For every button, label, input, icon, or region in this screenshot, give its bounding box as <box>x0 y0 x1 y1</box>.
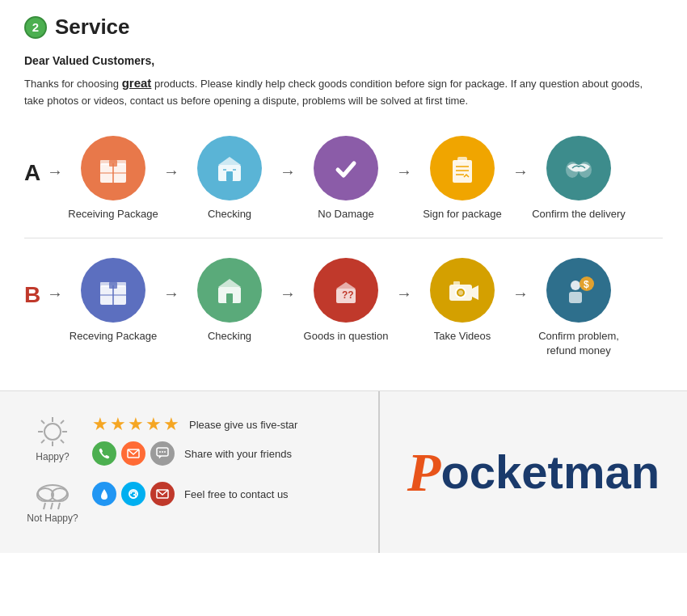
svg-marker-6 <box>218 157 241 165</box>
svg-rect-31 <box>453 281 460 285</box>
svg-rect-34 <box>569 292 582 303</box>
step-circle-b-2 <box>197 258 262 323</box>
package-b-icon <box>94 271 133 310</box>
checking-b-icon <box>210 271 249 310</box>
step-circle-a-1 <box>81 136 145 200</box>
pocketman-logo: P ocketman <box>407 445 660 500</box>
step-circle-a-3 <box>314 136 378 200</box>
arrow-b-5: → <box>512 285 529 303</box>
step-circle-b-4 <box>430 258 495 323</box>
arrow-b-2: → <box>163 285 179 303</box>
logo-text: ocketman <box>440 449 660 496</box>
checkmark-icon <box>327 149 365 188</box>
svg-line-44 <box>61 420 64 424</box>
refund-icon: $ <box>559 271 598 310</box>
feedback-row-2: Share with your friends <box>92 441 297 466</box>
flow-label-a: A <box>24 160 42 186</box>
chat-icon <box>150 441 175 466</box>
feedback-text-3: Feel free to contact us <box>184 488 289 500</box>
flow-step-a-1: Receiving Package <box>65 136 162 222</box>
svg-text:$: $ <box>584 279 589 290</box>
sun-icon <box>32 414 73 449</box>
arrow-a-start: → <box>47 162 63 181</box>
contact-icons <box>92 482 175 506</box>
email-icon <box>121 441 145 466</box>
not-happy-group: Not Happy? <box>24 479 81 524</box>
arrow-a-2: → <box>163 162 179 181</box>
svg-point-30 <box>458 290 463 295</box>
step-label-b-3: Goods in question <box>304 329 389 344</box>
flow-step-b-5: $ Confirm problem,refund money <box>530 258 627 358</box>
arrow-b-4: → <box>396 285 412 303</box>
feedback-text-1: Please give us five-star <box>189 419 297 431</box>
share-icons <box>92 441 175 466</box>
svg-rect-10 <box>453 160 472 183</box>
cloud-rain-icon <box>31 479 75 511</box>
step-circle-b-1 <box>81 258 145 323</box>
step-circle-a-5 <box>546 136 611 200</box>
star-4: ★ <box>145 414 162 435</box>
svg-marker-23 <box>218 279 241 287</box>
arrow-b-start: → <box>47 285 63 303</box>
step-label-b-2: Checking <box>208 329 251 344</box>
step-label-a-3: No Damage <box>318 207 373 222</box>
not-happy-label: Not Happy? <box>27 513 78 524</box>
clipboard-icon <box>443 149 482 188</box>
step-label-a-1: Receiving Package <box>68 207 158 222</box>
package-icon <box>94 149 133 188</box>
step-label-a-2: Checking <box>208 207 251 222</box>
service-header: 2 Service <box>24 15 663 40</box>
happy-label: Happy? <box>36 451 69 462</box>
step-label-b-5: Confirm problem,refund money <box>538 329 619 358</box>
svg-marker-32 <box>472 285 478 300</box>
svg-point-49 <box>162 451 163 453</box>
step-label-b-1: Receving Package <box>70 329 157 344</box>
svg-rect-24 <box>226 293 233 303</box>
star-2: ★ <box>110 414 126 435</box>
arrow-a-3: → <box>280 162 296 181</box>
phone-icon <box>92 441 116 466</box>
svg-point-33 <box>571 281 580 290</box>
checking-icon <box>210 149 249 188</box>
skype-icon <box>121 482 145 506</box>
description-text: Thanks for choosing great products. Plea… <box>24 74 663 110</box>
star-3: ★ <box>128 414 144 435</box>
flow-step-a-3: No Damage <box>297 136 394 222</box>
svg-line-43 <box>61 440 64 443</box>
happy-group: Happy? <box>24 414 81 462</box>
arrow-a-4: → <box>396 162 412 181</box>
svg-point-37 <box>44 424 61 440</box>
service-section: 2 Service Dear Valued Customers, Thanks … <box>0 0 687 391</box>
flow-step-a-4: Sign for package <box>414 136 511 222</box>
bottom-section: Happy? ★ ★ ★ ★ ★ Please give us five-sta… <box>0 391 687 553</box>
service-title: Service <box>55 15 130 40</box>
camera-icon <box>443 271 482 310</box>
step-circle-a-4 <box>430 136 495 200</box>
step-circle-a-2 <box>197 136 262 200</box>
svg-rect-11 <box>457 157 467 162</box>
mail-icon <box>150 482 175 506</box>
svg-text:??: ?? <box>342 289 354 301</box>
logo-section: P ocketman <box>380 391 687 553</box>
desc-before: Thanks for choosing <box>24 78 122 90</box>
question-icon: ?? <box>327 271 365 310</box>
flow-step-b-2: Checking <box>181 258 278 344</box>
step-circle-b-3: ?? <box>314 258 378 323</box>
star-rating: ★ ★ ★ ★ ★ <box>92 414 179 435</box>
flow-row-a: A → Receiving Package → <box>24 128 663 230</box>
step-badge: 2 <box>24 16 47 39</box>
svg-rect-7 <box>226 171 233 181</box>
feedback-text-2: Share with your friends <box>184 448 292 460</box>
step-label-b-4: Take Videos <box>434 329 491 344</box>
feedback-row-3: Feel free to contact us <box>92 482 289 506</box>
step-label-a-5: Confirm the delivery <box>532 207 626 222</box>
feedback-row-1: ★ ★ ★ ★ ★ Please give us five-star <box>92 414 297 435</box>
bottom-left: Happy? ★ ★ ★ ★ ★ Please give us five-sta… <box>0 391 380 553</box>
dear-text: Dear Valued Customers, <box>24 54 663 67</box>
svg-line-55 <box>51 503 53 509</box>
desc-great: great <box>122 76 152 90</box>
flow-step-b-4: Take Videos <box>414 258 511 344</box>
svg-point-50 <box>164 451 166 453</box>
water-drop-icon <box>92 482 116 506</box>
arrow-a-5: → <box>512 162 529 181</box>
